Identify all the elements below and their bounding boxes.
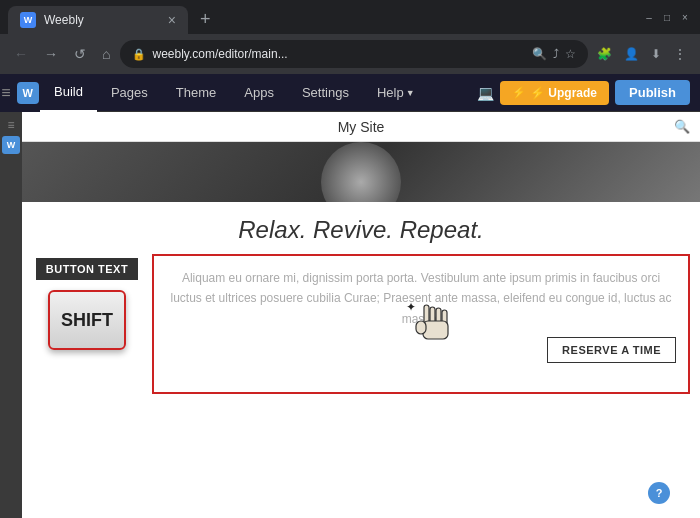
weebly-toolbar: ≡ W Build Pages Theme Apps Settings Help… <box>0 74 700 112</box>
button-text-label: BUTTON TEXT <box>36 258 138 280</box>
more-menu-icon[interactable]: ⋮ <box>668 43 692 65</box>
menu-item-apps[interactable]: Apps <box>230 74 288 112</box>
hero-tagline: Relax. Revive. Repeat. <box>218 202 503 254</box>
back-button[interactable]: ← <box>8 42 34 66</box>
nav-action-buttons: 🧩 👤 ⬇ ⋮ <box>592 43 692 65</box>
site-title: My Site <box>338 119 385 135</box>
weebly-logo: W <box>17 82 39 104</box>
drag-content-area[interactable]: ✦ <box>152 254 690 394</box>
search-icon: 🔍 <box>532 47 547 61</box>
site-header-bar: My Site 🔍 <box>22 112 700 142</box>
downloads-icon[interactable]: ⬇ <box>646 44 666 64</box>
home-button[interactable]: ⌂ <box>96 42 116 66</box>
publish-button[interactable]: Publish <box>615 80 690 105</box>
shift-key: SHIFT <box>48 290 126 350</box>
extensions-icon[interactable]: 🧩 <box>592 44 617 64</box>
window-controls: – □ × <box>642 10 692 24</box>
weebly-sidebar-icon[interactable]: W <box>2 136 20 154</box>
menu-item-settings[interactable]: Settings <box>288 74 363 112</box>
maximize-button[interactable]: □ <box>660 10 674 24</box>
drag-text: Aliquam eu ornare mi, dignissim porta po… <box>166 268 676 329</box>
bookmark-icon: ☆ <box>565 47 576 61</box>
menu-item-theme[interactable]: Theme <box>162 74 230 112</box>
title-bar: W Weebly × + – □ × <box>0 0 700 34</box>
device-preview-icon[interactable]: 💻 <box>477 85 494 101</box>
menu-item-help[interactable]: Help▼ <box>363 74 429 112</box>
close-window-button[interactable]: × <box>678 10 692 24</box>
weebly-logo-area: ≡ W <box>0 74 40 112</box>
content-section: BUTTON TEXT SHIFT ✦ <box>22 254 700 404</box>
address-bar[interactable]: 🔒 weebly.com/editor/main... 🔍 ⤴ ☆ <box>120 40 588 68</box>
reload-button[interactable]: ↺ <box>68 42 92 66</box>
minimize-button[interactable]: – <box>642 10 656 24</box>
lock-icon: 🔒 <box>132 48 146 61</box>
navigation-bar: ← → ↺ ⌂ 🔒 weebly.com/editor/main... 🔍 ⤴ … <box>0 34 700 74</box>
menu-item-build[interactable]: Build <box>40 74 97 112</box>
share-icon: ⤴ <box>553 47 559 61</box>
toolbar-right: 💻 ⚡ ⚡ Upgrade Publish <box>477 80 700 105</box>
hero-image-area <box>22 142 700 202</box>
weebly-menu: Build Pages Theme Apps Settings Help▼ <box>40 74 477 112</box>
site-search-icon[interactable]: 🔍 <box>674 119 690 134</box>
tab-title: Weebly <box>44 13 160 27</box>
sidebar-left: ≡ W <box>0 112 22 518</box>
lightning-icon: ⚡ <box>512 86 526 99</box>
sidebar-hamburger-icon[interactable]: ≡ <box>7 118 14 132</box>
tab-area: W Weebly × + <box>8 0 642 34</box>
editor-area: ≡ W My Site 🔍 Relax. Revive. Repeat. BUT… <box>0 112 700 518</box>
forward-button[interactable]: → <box>38 42 64 66</box>
site-content: My Site 🔍 Relax. Revive. Repeat. BUTTON … <box>22 112 700 518</box>
tab-close-button[interactable]: × <box>168 12 176 28</box>
hero-image-circle <box>321 142 401 202</box>
menu-item-pages[interactable]: Pages <box>97 74 162 112</box>
reserve-time-button[interactable]: RESERVE A TIME <box>547 337 676 363</box>
button-text-area: BUTTON TEXT SHIFT <box>32 254 142 394</box>
hamburger-icon[interactable]: ≡ <box>1 84 10 102</box>
site-hero: Relax. Revive. Repeat. <box>22 202 700 254</box>
browser-tab[interactable]: W Weebly × <box>8 6 188 34</box>
address-text: weebly.com/editor/main... <box>152 47 526 61</box>
help-icon[interactable]: ? <box>648 482 670 504</box>
tab-favicon: W <box>20 12 36 28</box>
reserve-btn-area: RESERVE A TIME <box>166 337 676 363</box>
upgrade-button[interactable]: ⚡ ⚡ Upgrade <box>500 81 609 105</box>
profile-icon[interactable]: 👤 <box>619 44 644 64</box>
new-tab-button[interactable]: + <box>196 5 215 34</box>
